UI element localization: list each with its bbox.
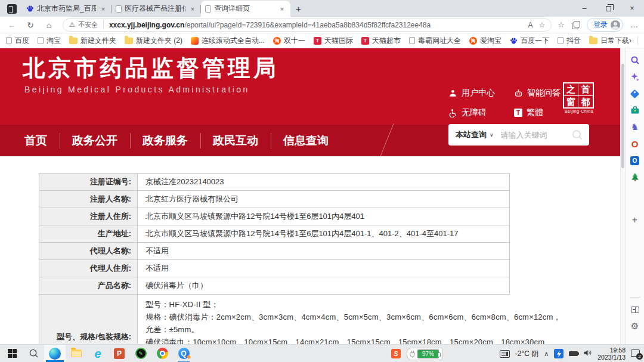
bookmark-item[interactable]: 毒霸网址大全 — [409, 36, 461, 46]
sidebar-shopping-icon[interactable] — [629, 88, 641, 100]
windows-logo-icon — [8, 349, 17, 358]
favorites-bar-icon[interactable]: ☆ — [558, 20, 565, 29]
collections-icon[interactable] — [572, 21, 580, 29]
bookmark-item[interactable]: 新建文件夹 (2) — [125, 36, 182, 46]
nav-info-query[interactable]: 信息查询 — [271, 133, 341, 148]
tab-device-registration[interactable]: 医疗器械产品注册信息 × — [112, 1, 201, 17]
bookmark-item[interactable]: 新建文件夹 — [69, 36, 116, 46]
header-quick-links: 用户中心 智能问答 无障碍 T 繁體 — [448, 88, 561, 118]
taskbar-explorer-button[interactable] — [66, 345, 87, 362]
sidebar-add-icon[interactable]: + — [629, 214, 641, 226]
taskbar-q-app-button[interactable]: Q — [173, 345, 194, 362]
search-scope-dropdown[interactable]: 本站查询 ∨ — [456, 129, 494, 140]
minimize-button[interactable]: – — [572, 0, 596, 17]
scrollbar-thumb[interactable] — [621, 64, 624, 168]
weather-widget[interactable]: -2°C 阴 — [515, 349, 538, 359]
sidebar-outlook-icon[interactable]: O — [629, 154, 641, 166]
bookmarks-overflow-chevron[interactable]: › — [629, 36, 631, 45]
sogou-input-icon[interactable]: S — [391, 349, 401, 358]
read-aloud-icon[interactable]: A — [528, 21, 533, 29]
start-button[interactable] — [1, 345, 23, 362]
nav-home[interactable]: 首页 — [12, 133, 60, 148]
bookmark-item[interactable]: 百度一下 — [510, 36, 549, 46]
close-tab-icon[interactable]: × — [278, 5, 286, 13]
tab-detail-page-active[interactable]: 查询详细页 × — [201, 1, 290, 17]
row-label: 产品名称: — [39, 277, 138, 294]
close-window-button[interactable]: × — [620, 0, 644, 17]
site-header: 北京市药品监督管理局 Beijing Medical Products Admi… — [0, 48, 620, 125]
power-manager-tray-icon[interactable] — [554, 349, 564, 358]
page-scrollbar[interactable] — [620, 48, 625, 344]
clock-date: 2023/1/13 — [597, 354, 626, 361]
home-button[interactable]: ⌂ — [42, 20, 55, 30]
taskbar-search-button[interactable] — [23, 345, 44, 362]
sidebar-search-icon[interactable] — [629, 54, 641, 66]
close-tab-icon[interactable]: × — [188, 5, 197, 13]
taskbar-powerpoint-button[interactable]: P — [109, 345, 130, 362]
add-favorite-icon[interactable]: ☆ — [539, 21, 546, 29]
bookmark-item[interactable]: 淘双十一 — [273, 36, 305, 46]
hidden-icons-chevron[interactable]: ∧ — [544, 350, 549, 358]
battery-widget[interactable]: 97% — [407, 348, 442, 360]
user-center-link[interactable]: 用户中心 — [448, 88, 514, 98]
taskbar-chrome-button[interactable] — [151, 345, 173, 362]
news-widget-icon[interactable] — [500, 350, 510, 358]
more-menu-icon[interactable]: … — [630, 20, 638, 29]
table-row: 产品名称: 碘伏消毒片（巾） — [39, 277, 510, 295]
refresh-button[interactable]: ↻ — [24, 20, 37, 30]
security-chip[interactable]: ⚠ 不安全 — [69, 20, 104, 29]
bookmark-label: 双十一 — [284, 36, 305, 46]
sidebar-tools-icon[interactable] — [629, 104, 641, 116]
bookmark-item[interactable]: T天猫国际 — [314, 36, 353, 46]
search-input[interactable] — [501, 131, 571, 140]
sidebar-tree-icon[interactable] — [629, 171, 641, 183]
taskbar-drawing-app-button[interactable]: ✎ — [130, 345, 151, 362]
volume-tray-icon[interactable] — [583, 349, 592, 358]
bookmark-item[interactable]: 抖音 — [558, 36, 581, 46]
tab-baidu-search[interactable]: 北京市药监局_百度搜索 × — [22, 1, 112, 17]
action-center-button[interactable]: 2 — [631, 349, 642, 358]
tab-actions-menu-icon[interactable] — [7, 4, 17, 14]
nav-gov-services[interactable]: 政务服务 — [130, 133, 200, 148]
bookmark-item[interactable]: T天猫超市 — [361, 36, 401, 46]
address-bar[interactable]: ⚠ 不安全 xxcx.yjj.beijing.gov.cn/eportal/ui… — [63, 18, 552, 32]
back-button[interactable]: ← — [5, 20, 18, 30]
sidebar-copilot-icon[interactable] — [629, 71, 641, 83]
new-tab-button[interactable]: + — [296, 4, 301, 14]
internet-explorer-icon: e — [94, 348, 101, 359]
accessibility-link[interactable]: 无障碍 — [448, 107, 514, 118]
window-controls: – × — [572, 0, 644, 17]
sidebar-games-icon[interactable]: ♞ — [629, 121, 641, 133]
search-icon[interactable] — [571, 129, 583, 141]
bookmark-item[interactable]: 淘爱淘宝 — [469, 36, 501, 46]
taskbar-edge-button[interactable] — [44, 345, 66, 362]
taskbar-clock[interactable]: 19:58 2023/1/13 — [597, 346, 626, 361]
bookmark-label: 新建文件夹 — [80, 36, 116, 46]
restore-button[interactable] — [596, 0, 620, 17]
bookmark-item[interactable]: 淘宝 — [38, 36, 61, 46]
sidebar-settings-icon[interactable]: ⚙ — [629, 320, 641, 332]
tab-label: 查询详细页 — [214, 4, 275, 14]
decorative-diagonal — [379, 123, 394, 158]
row-label: 型号、规格/包装规格: — [39, 295, 138, 344]
smart-qa-link[interactable]: 智能问答 — [514, 88, 561, 98]
bookmark-item[interactable]: 连续滚动式全自动... — [191, 36, 265, 46]
nav-gov-info[interactable]: 政务公开 — [60, 133, 130, 148]
bookmark-item[interactable]: 日常下载 — [589, 36, 629, 46]
capital-window-logo[interactable]: 之首窗都 Beijing-China — [563, 82, 595, 113]
browser-viewport: 北京市药品监督管理局 Beijing Medical Products Admi… — [0, 48, 644, 344]
toolbar-right-cluster: ☆ 登录 … — [558, 18, 638, 32]
close-tab-icon[interactable]: × — [99, 5, 107, 13]
nav-interaction[interactable]: 政民互动 — [200, 133, 271, 148]
traditional-chinese-link[interactable]: T 繁體 — [514, 107, 561, 118]
login-button[interactable]: 登录 — [587, 18, 623, 32]
row-label: 代理人名称: — [39, 243, 138, 259]
sidebar-office-icon[interactable]: O — [629, 138, 641, 150]
bookmark-label: 毒霸网址大全 — [418, 36, 461, 46]
battery-tray-icon[interactable] — [569, 351, 578, 356]
plug-icon — [409, 350, 416, 358]
sidebar-panel-icon[interactable] — [629, 304, 641, 315]
page-icon — [409, 37, 415, 44]
bookmark-item[interactable]: 百度 — [6, 36, 29, 46]
taskbar-ie-button[interactable]: e — [87, 345, 109, 362]
